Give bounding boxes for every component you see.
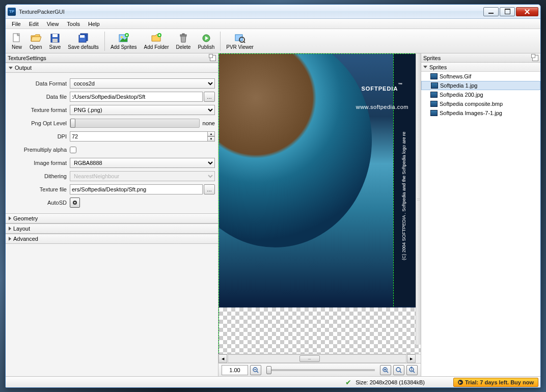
menu-view[interactable]: View bbox=[43, 20, 63, 28]
sprite-item-label: Softpedia 200.jpg bbox=[440, 92, 483, 98]
svg-rect-2 bbox=[52, 34, 58, 37]
sprite-item[interactable]: Softnews.Gif bbox=[421, 72, 540, 81]
svg-line-20 bbox=[257, 371, 258, 373]
sprite-item-label: Softpedia composite.bmp bbox=[440, 101, 503, 107]
open-button[interactable]: Open bbox=[26, 30, 45, 52]
size-text: Size: 2048x2048 (16384kB) bbox=[356, 379, 425, 385]
publish-button[interactable]: Publish bbox=[194, 30, 218, 52]
menu-file[interactable]: File bbox=[8, 20, 25, 28]
dpi-label: DPI bbox=[9, 133, 70, 139]
autosd-button[interactable] bbox=[70, 198, 80, 208]
trial-button[interactable]: ▶ Trial: 7 days left. Buy now bbox=[453, 378, 538, 387]
add-folder-button[interactable]: Add Folder bbox=[141, 30, 173, 52]
slider-thumb[interactable] bbox=[70, 119, 75, 128]
folder-open-icon bbox=[30, 33, 41, 44]
undock-icon[interactable] bbox=[210, 55, 216, 61]
zoom-slider[interactable] bbox=[266, 369, 375, 371]
close-button[interactable] bbox=[516, 7, 538, 16]
data-file-input[interactable] bbox=[70, 92, 203, 102]
statusbar: ✔ Size: 2048x2048 (16384kB) ▶ Trial: 7 d… bbox=[6, 376, 540, 387]
dpi-spinner[interactable]: ▲▼ bbox=[207, 131, 215, 142]
data-file-label: Data file bbox=[9, 94, 70, 100]
app-window: TP TexturePackerGUI File Edit View Tools… bbox=[5, 4, 541, 388]
folder-add-icon bbox=[151, 33, 162, 44]
zoom-slider-thumb[interactable] bbox=[266, 366, 271, 374]
texture-file-browse-button[interactable]: … bbox=[204, 184, 215, 194]
preview-logo: SOFTPEDIA™ www.softpedia.com bbox=[356, 79, 408, 110]
sprites-panel-header[interactable]: Sprites bbox=[421, 53, 540, 63]
png-opt-slider[interactable] bbox=[70, 119, 200, 128]
svg-rect-12 bbox=[182, 34, 184, 35]
floppy-disk-icon bbox=[49, 33, 61, 44]
floppy-disks-icon bbox=[78, 33, 89, 44]
texture-file-input[interactable] bbox=[70, 184, 203, 194]
texture-format-select[interactable]: PNG (.png) bbox=[70, 105, 215, 115]
dithering-select: NearestNeighbour bbox=[70, 171, 215, 181]
toolbar: New Open Save Save defaults Add Sprites … bbox=[6, 29, 540, 53]
output-section-body: Data Format cocos2d Data file … Texture … bbox=[6, 73, 218, 213]
undock-icon[interactable] bbox=[532, 55, 538, 61]
titlebar[interactable]: TP TexturePackerGUI bbox=[6, 5, 540, 19]
section-advanced[interactable]: Advanced bbox=[6, 234, 218, 244]
texture-settings-header[interactable]: TextureSettings bbox=[6, 53, 218, 63]
document-new-icon bbox=[11, 33, 22, 44]
texture-format-label: Texture format bbox=[9, 107, 70, 113]
delete-button[interactable]: Delete bbox=[173, 30, 195, 52]
image-format-label: Image format bbox=[9, 160, 70, 166]
section-layout[interactable]: Layout bbox=[6, 223, 218, 234]
save-defaults-button[interactable]: Save defaults bbox=[64, 30, 102, 52]
section-output[interactable]: Output bbox=[6, 63, 218, 73]
zoom-in-button[interactable] bbox=[380, 365, 391, 375]
zoom-out-button[interactable] bbox=[250, 365, 261, 375]
premultiply-checkbox[interactable] bbox=[70, 147, 76, 153]
image-format-select[interactable]: RGBA8888 bbox=[70, 158, 215, 168]
svg-point-18 bbox=[74, 202, 76, 204]
sprite-item[interactable]: Softpedia 1.jpg bbox=[421, 81, 540, 90]
sprite-item[interactable]: Softpedia Images-7-1.jpg bbox=[421, 108, 540, 118]
sprite-item[interactable]: Softpedia composite.bmp bbox=[421, 99, 540, 108]
data-format-label: Data Format bbox=[9, 80, 70, 87]
sprites-tree-header[interactable]: Sprites bbox=[421, 63, 540, 72]
data-format-select[interactable]: cocos2d bbox=[70, 78, 215, 89]
new-button[interactable]: New bbox=[8, 30, 26, 52]
canvas-viewport[interactable]: SOFTPEDIA™ www.softpedia.com (C) 2004 SO… bbox=[219, 53, 421, 354]
data-file-browse-button[interactable]: … bbox=[204, 92, 215, 102]
zoom-fit-button[interactable] bbox=[393, 365, 404, 375]
scroll-right-button[interactable]: ▶ bbox=[407, 354, 416, 363]
section-geometry[interactable]: Geometry bbox=[6, 213, 218, 223]
menubar: File Edit View Tools Help bbox=[6, 19, 540, 29]
chevron-down-icon bbox=[9, 67, 13, 69]
sprite-item-label: Softnews.Gif bbox=[440, 73, 471, 79]
png-opt-value: none bbox=[203, 120, 215, 126]
menu-edit[interactable]: Edit bbox=[25, 20, 43, 28]
pvr-viewer-button[interactable]: PVR Viewer bbox=[223, 30, 257, 52]
sprites-list[interactable]: Sprites Softnews.GifSoftpedia 1.jpgSoftp… bbox=[421, 63, 540, 376]
save-button[interactable]: Save bbox=[45, 30, 64, 52]
texture-preview: SOFTPEDIA™ www.softpedia.com (C) 2004 SO… bbox=[219, 53, 421, 354]
menu-help[interactable]: Help bbox=[84, 20, 104, 28]
add-sprites-button[interactable]: Add Sprites bbox=[107, 30, 141, 52]
gear-icon bbox=[72, 200, 78, 206]
minimize-button[interactable] bbox=[483, 7, 499, 16]
scroll-track[interactable]: ⋯ bbox=[228, 354, 406, 363]
horizontal-scrollbar[interactable]: ◀ ⋯ ▶ bbox=[219, 354, 421, 363]
sprite-item[interactable]: Softpedia 200.jpg bbox=[421, 90, 540, 99]
svg-line-29 bbox=[413, 371, 415, 373]
toolbar-separator bbox=[104, 32, 105, 51]
splitter-handle[interactable] bbox=[416, 53, 421, 345]
zoom-reset-button[interactable]: 1 bbox=[406, 365, 418, 375]
image-icon bbox=[430, 101, 438, 107]
app-icon: TP bbox=[8, 8, 16, 16]
dpi-input[interactable] bbox=[70, 131, 208, 142]
svg-line-23 bbox=[387, 371, 388, 373]
image-icon bbox=[431, 82, 438, 89]
maximize-button[interactable] bbox=[500, 7, 515, 16]
transparent-area bbox=[219, 307, 421, 354]
zoom-input[interactable] bbox=[222, 365, 248, 375]
svg-point-26 bbox=[396, 368, 400, 372]
menu-tools[interactable]: Tools bbox=[63, 20, 84, 28]
magnifier-image-icon bbox=[234, 33, 245, 44]
scroll-left-button[interactable]: ◀ bbox=[219, 354, 227, 363]
content-area: TextureSettings Output Data Format cocos… bbox=[6, 53, 540, 376]
scroll-thumb[interactable]: ⋯ bbox=[299, 355, 320, 362]
